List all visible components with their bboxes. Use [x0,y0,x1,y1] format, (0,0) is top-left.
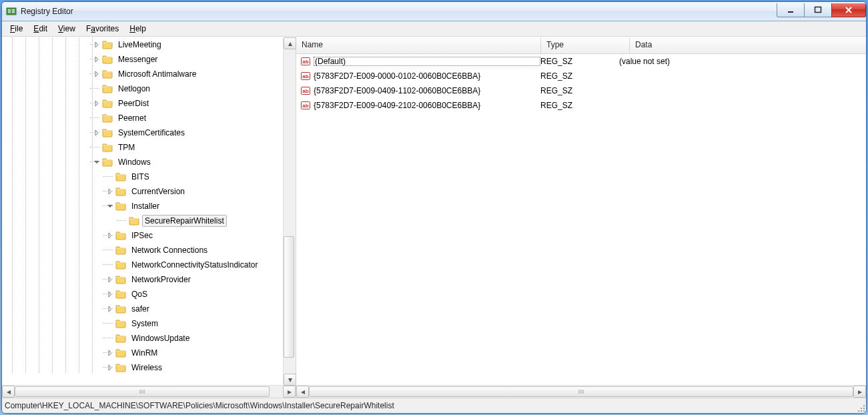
tree-item[interactable]: PeerDist [2,96,260,111]
close-button[interactable] [831,3,866,17]
value-name: {5783F2D7-E009-0409-1102-0060B0CE6BBA} [314,86,540,95]
folder-icon [102,98,113,109]
list-scrollbar-horizontal[interactable]: ◂ ▸ [296,385,866,398]
column-header-type[interactable]: Type [541,37,630,53]
scroll-left-button[interactable]: ◂ [296,386,309,398]
folder-icon [102,39,113,50]
tree-item[interactable]: Peernet [2,111,260,125]
scroll-right-button[interactable]: ▸ [853,386,866,398]
menu-view[interactable]: View [53,23,81,35]
folder-icon [115,304,126,314]
svg-rect-1 [8,9,11,11]
string-value-icon: ab [300,56,311,67]
titlebar[interactable]: Registry Editor [2,2,866,21]
tree-item[interactable]: Installer [2,199,260,214]
list-row[interactable]: ab(Default)REG_SZ(value not set) [296,54,866,69]
tree-item-label: safer [129,303,152,315]
scroll-thumb-horizontal[interactable] [15,386,270,397]
folder-icon [102,83,113,94]
tree-item[interactable]: QoS [2,287,260,302]
tree-item-label: System [129,318,161,330]
tree-item-label: NetworkProvider [129,274,193,286]
column-header-name[interactable]: Name [296,37,541,53]
maximize-button[interactable] [804,3,832,17]
folder-icon [102,54,113,65]
tree-item[interactable]: Microsoft Antimalware [2,67,260,81]
column-header-data[interactable]: Data [630,37,866,53]
value-name: {5783F2D7-E009-0000-0102-0060B0CE6BBA} [314,71,540,81]
tree-item[interactable]: Netlogon [2,81,260,96]
window-title: Registry Editor [21,7,777,16]
tree-item[interactable]: Network Connections [2,243,260,258]
tree-item-label: Network Connections [129,244,210,256]
scroll-right-button[interactable]: ▸ [283,386,296,398]
scroll-thumb-horizontal[interactable] [309,386,853,397]
folder-icon [102,127,113,138]
list-row[interactable]: ab{5783F2D7-E009-0409-2102-0060B0CE6BBA}… [296,98,866,113]
tree-item[interactable]: WindowsUpdate [2,331,260,346]
string-value-icon: ab [300,85,311,96]
svg-text:ab: ab [302,88,308,94]
list-row[interactable]: ab{5783F2D7-E009-0409-1102-0060B0CE6BBA}… [296,83,866,98]
tree-item[interactable]: SecureRepairWhitelist [2,214,260,228]
scroll-thumb-vertical[interactable] [284,236,294,358]
folder-icon [129,216,139,226]
regedit-icon [6,6,17,17]
tree-item-label: PeerDist [115,97,151,109]
tree-item[interactable]: Wireless [2,360,260,375]
client-area: LiveMeetingMessengerMicrosoft Antimalwar… [2,37,866,398]
tree-item[interactable]: CurrentVersion [2,184,260,199]
scroll-left-button[interactable]: ◂ [2,386,15,398]
folder-icon [115,201,126,212]
regedit-window: Registry Editor File Edit View Favorites… [1,1,867,414]
menu-file[interactable]: File [5,23,28,35]
tree-item[interactable]: IPSec [2,228,260,243]
svg-text:ab: ab [302,59,308,65]
minimize-button[interactable] [777,3,805,17]
value-type: REG_SZ [540,86,619,95]
menu-help[interactable]: Help [124,23,151,35]
tree-body[interactable]: LiveMeetingMessengerMicrosoft Antimalwar… [2,37,296,385]
tree-item[interactable]: NetworkConnectivityStatusIndicator [2,258,260,272]
tree-scrollbar-vertical[interactable]: ▴ ▾ [283,37,296,386]
tree-item-label: Microsoft Antimalware [115,68,199,80]
menu-edit[interactable]: Edit [28,23,53,35]
tree-item[interactable]: System [2,316,260,331]
tree-item-label: WinRM [129,347,160,359]
menu-favorites[interactable]: Favorites [81,23,124,35]
value-type: REG_SZ [540,101,619,110]
window-controls [777,3,866,17]
folder-icon [115,260,126,270]
tree-item[interactable]: Messenger [2,52,260,67]
tree-item[interactable]: Windows [2,155,260,169]
menubar: File Edit View Favorites Help [2,21,866,37]
svg-text:ab: ab [302,73,308,79]
svg-text:ab: ab [302,103,308,109]
tree-item[interactable]: NetworkProvider [2,272,260,287]
list-body[interactable]: ab(Default)REG_SZ(value not set)ab{5783F… [296,54,866,385]
scroll-down-button[interactable]: ▾ [284,374,296,386]
tree-item[interactable]: BITS [2,169,260,184]
tree-item[interactable]: TPM [2,140,260,155]
list-row[interactable]: ab{5783F2D7-E009-0000-0102-0060B0CE6BBA}… [296,69,866,83]
tree-item[interactable]: LiveMeeting [2,37,260,52]
tree-item[interactable]: WinRM [2,346,260,360]
tree-item-label: LiveMeeting [115,39,164,51]
folder-icon [102,113,113,123]
tree-item[interactable]: SystemCertificates [2,125,260,140]
svg-rect-2 [8,11,11,13]
tree-item-label: Peernet [115,112,149,124]
tree-item-label: NetworkConnectivityStatusIndicator [129,259,260,271]
string-value-icon: ab [300,100,311,111]
tree-item[interactable]: safer [2,302,260,316]
tree-item-label: Netlogon [115,83,153,95]
tree-scrollbar-horizontal[interactable]: ◂ ▸ [2,385,296,398]
folder-icon [115,186,126,197]
svg-rect-6 [815,7,821,13]
value-type: REG_SZ [540,57,619,66]
statusbar-path: Computer\HKEY_LOCAL_MACHINE\SOFTWARE\Pol… [5,401,394,410]
folder-icon [115,362,126,373]
scroll-up-button[interactable]: ▴ [284,37,296,49]
folder-icon [115,171,126,182]
resize-grip-icon[interactable] [857,404,865,412]
